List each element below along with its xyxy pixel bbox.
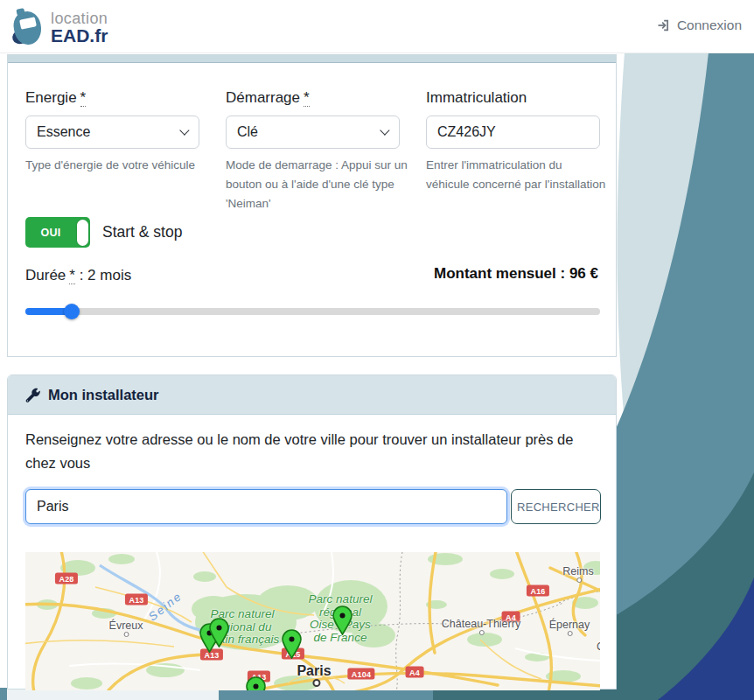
duree-slider[interactable] [25, 304, 600, 319]
required-asterisk: * [69, 267, 75, 284]
sign-in-icon [656, 18, 671, 32]
chevron-down-icon [180, 125, 190, 135]
city-label: Reims [562, 565, 593, 578]
monthly-amount: Montant mensuel : 96 € [434, 265, 598, 283]
rechercher-button[interactable]: RECHERCHER [511, 489, 601, 524]
top-navigation-bar: location EAD.fr Connexion [0, 0, 754, 53]
chevron-down-icon [380, 125, 390, 135]
demarrage-select-value: Clé [237, 124, 258, 140]
city-label: Châlons [597, 640, 600, 653]
energie-select[interactable]: Essence [25, 116, 199, 149]
river-label: Seine [146, 589, 185, 623]
wrench-icon [25, 388, 40, 402]
immatriculation-input[interactable] [426, 116, 600, 149]
highway-shield: A13 [125, 594, 148, 606]
highway-shield: A28 [55, 573, 78, 584]
connexion-label: Connexion [677, 18, 742, 33]
demarrage-help-text: Mode de demarrage : Appui sur un bouton … [226, 156, 408, 214]
vehicle-form-card: Energie* Essence Type d'énergie de votre… [7, 54, 617, 357]
demarrage-select[interactable]: Clé [226, 116, 400, 149]
highway-shield: A4 [406, 667, 424, 678]
energie-select-value: Essence [37, 124, 90, 140]
installer-instructions: Renseignez votre adresse ou le nom de vo… [25, 428, 590, 475]
slider-track[interactable] [25, 308, 600, 315]
logo-text-bottom: EAD.fr [51, 25, 108, 46]
map-labels-layer: Parc naturelrégional duVexin françaisPar… [25, 552, 600, 690]
installer-map-pin[interactable] [209, 618, 229, 648]
city-dot [568, 631, 573, 636]
city-label: Château-Thierry [442, 618, 520, 630]
toggle-knob [77, 220, 88, 246]
page: location EAD.fr Connexion Energie* Essen… [0, 0, 754, 700]
city-label: Évreux [109, 620, 143, 632]
installer-card: Mon installateur Renseignez votre adress… [7, 374, 617, 690]
demarrage-label: Démarrage* [226, 89, 310, 107]
required-asterisk: * [80, 89, 87, 107]
installer-map-pin[interactable] [282, 629, 302, 659]
energie-label: Energie* [25, 89, 86, 107]
start-stop-label: Start & stop [102, 223, 182, 242]
city-dot [312, 679, 320, 687]
installer-title: Mon installateur [48, 387, 159, 403]
duree-value: : 2 mois [80, 267, 132, 284]
slider-thumb[interactable] [64, 304, 80, 319]
highway-shield: A104 [347, 668, 374, 680]
highway-shield: A16 [527, 585, 549, 597]
site-logo[interactable]: location EAD.fr [10, 5, 177, 49]
city-label: Épernay [549, 619, 590, 631]
city-dot [479, 630, 485, 635]
required-asterisk: * [304, 89, 310, 107]
immatriculation-help-text: Entrer l'immatriculation du véhicule con… [426, 156, 608, 194]
duree-label: Durée* : 2 mois [25, 267, 131, 284]
installer-map-pin[interactable] [246, 676, 266, 690]
start-stop-toggle[interactable]: OUI [25, 217, 90, 248]
energie-help-text: Type d'énergie de votre véhicule [25, 156, 207, 175]
connexion-link[interactable]: Connexion [656, 18, 742, 33]
address-search-input[interactable] [25, 489, 507, 524]
card-top-strip [8, 54, 616, 63]
breathalyzer-device-icon [10, 7, 45, 47]
city-dot [576, 578, 582, 583]
city-label-paris: Paris [297, 663, 331, 679]
installer-map[interactable]: Parc naturelrégional duVexin françaisPar… [25, 552, 600, 690]
installer-map-pin[interactable] [332, 606, 353, 635]
toggle-on-label: OUI [25, 217, 76, 248]
city-dot [124, 632, 129, 637]
installer-card-header: Mon installateur [8, 375, 616, 415]
immatriculation-label: Immatriculation [426, 89, 527, 107]
